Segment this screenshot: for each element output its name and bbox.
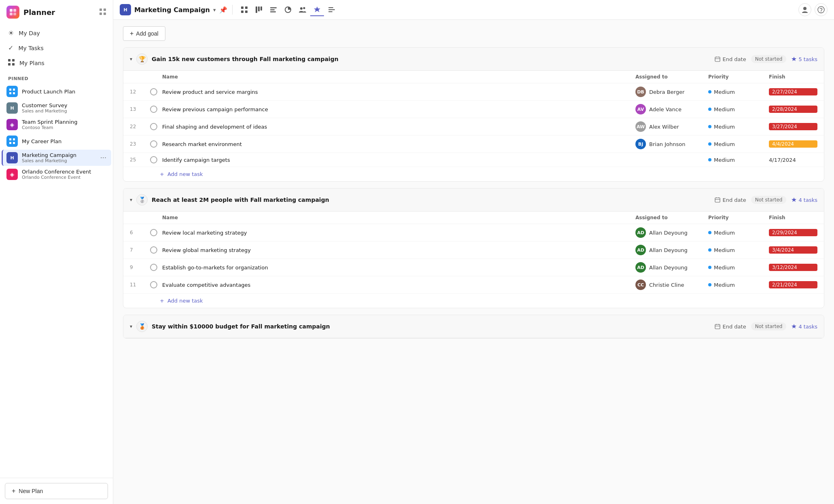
svg-rect-35 bbox=[328, 11, 332, 12]
board-view-button[interactable] bbox=[252, 4, 266, 16]
svg-rect-24 bbox=[256, 6, 257, 13]
topbar-plan-title: Marketing Campaign bbox=[134, 6, 210, 14]
sidebar-grid-icon[interactable] bbox=[99, 8, 106, 17]
pin-icon[interactable]: 📌 bbox=[219, 6, 227, 14]
chevron-down-icon[interactable]: ▾ bbox=[213, 7, 216, 13]
goal-badge-2: 🥈 bbox=[136, 194, 148, 205]
table-row[interactable]: 25 Identify campaign targets Medium 4/17… bbox=[123, 153, 824, 167]
sidebar: Planner ☀️ My Day ✓ My Tasks bbox=[0, 0, 113, 504]
new-plan-label: New Plan bbox=[19, 488, 43, 494]
svg-rect-29 bbox=[270, 11, 276, 13]
main-content: H Marketing Campaign ▾ 📌 bbox=[113, 0, 834, 504]
table-row[interactable]: 22 Final shaping and development of idea… bbox=[123, 118, 824, 136]
task-checkbox[interactable] bbox=[150, 156, 157, 163]
plan-icon-orlando: ◈ bbox=[6, 169, 18, 180]
more-view-button[interactable] bbox=[325, 4, 339, 16]
goal-meta-2: End date Not started 4 tasks bbox=[715, 196, 818, 204]
help-button[interactable] bbox=[815, 3, 828, 16]
svg-rect-6 bbox=[99, 13, 102, 15]
add-task-label-1: Add new task bbox=[167, 171, 203, 177]
add-task-button-2[interactable]: + Add new task bbox=[123, 294, 824, 308]
plan-item-customer-survey[interactable]: H Customer Survey Sales and Marketing bbox=[2, 100, 111, 116]
task-checkbox[interactable] bbox=[150, 140, 157, 148]
plan-item-team-sprint[interactable]: ◈ Team Sprint Planning Contoso Team bbox=[2, 116, 111, 133]
task-checkbox[interactable] bbox=[150, 88, 157, 95]
plus-icon: + bbox=[12, 487, 15, 495]
goal-badge-3: 🥉 bbox=[136, 321, 148, 332]
svg-point-38 bbox=[821, 12, 821, 13]
task-checkbox[interactable] bbox=[150, 229, 157, 236]
tasks-count-3[interactable]: 4 tasks bbox=[791, 324, 817, 330]
collapse-icon-1[interactable]: ▾ bbox=[130, 56, 132, 62]
table-row[interactable]: 11 Evaluate competitive advantages CC Ch… bbox=[123, 276, 824, 294]
avatar: AD bbox=[635, 227, 646, 238]
task-checkbox[interactable] bbox=[150, 264, 157, 271]
svg-rect-43 bbox=[715, 198, 720, 202]
table-row[interactable]: 23 Research market environment BJ Brian … bbox=[123, 136, 824, 153]
table-row[interactable]: 6 Review local marketing strategy AD All… bbox=[123, 224, 824, 241]
goals-view-button[interactable] bbox=[310, 3, 324, 16]
svg-rect-3 bbox=[13, 13, 16, 15]
nav-item-my-tasks[interactable]: ✓ My Tasks bbox=[3, 41, 110, 55]
table-row[interactable]: 13 Review previous campaign performance … bbox=[123, 101, 824, 118]
pinned-label: Pinned bbox=[0, 73, 113, 83]
app-logo bbox=[6, 6, 19, 19]
nav-label-my-tasks: My Tasks bbox=[18, 45, 43, 51]
nav-item-my-day[interactable]: ☀️ My Day bbox=[3, 26, 110, 40]
svg-point-31 bbox=[300, 7, 303, 10]
avatar: AV bbox=[635, 104, 646, 114]
end-date-button-2[interactable]: End date bbox=[715, 197, 746, 203]
svg-rect-39 bbox=[715, 57, 720, 61]
svg-rect-47 bbox=[715, 324, 720, 329]
table-row[interactable]: 9 Establish go-to-markets for organizati… bbox=[123, 259, 824, 276]
tasks-count-label-3: 4 tasks bbox=[798, 324, 817, 330]
svg-rect-23 bbox=[245, 11, 248, 13]
task-checkbox[interactable] bbox=[150, 123, 157, 130]
new-plan-button[interactable]: + New Plan bbox=[5, 483, 108, 499]
svg-rect-8 bbox=[8, 59, 11, 61]
add-task-button-1[interactable]: + Add new task bbox=[123, 167, 824, 181]
finish-date: 3/27/2024 bbox=[769, 123, 817, 130]
plan-item-orlando[interactable]: ◈ Orlando Conference Event Orlando Confe… bbox=[2, 166, 111, 182]
goal-title-1: Gain 15k new customers through Fall mark… bbox=[152, 56, 710, 62]
profile-button[interactable] bbox=[798, 3, 811, 16]
priority-dot bbox=[708, 266, 711, 269]
avatar: AD bbox=[635, 245, 646, 255]
end-date-button-1[interactable]: End date bbox=[715, 56, 746, 62]
add-goal-label: Add goal bbox=[136, 30, 158, 37]
plan-item-product-launch[interactable]: Product Launch Plan bbox=[2, 83, 111, 100]
chart-view-button[interactable] bbox=[281, 4, 295, 16]
col-name-2: Name bbox=[162, 215, 635, 220]
svg-rect-1 bbox=[13, 9, 16, 12]
add-goal-button[interactable]: + Add goal bbox=[123, 26, 165, 41]
plan-item-marketing-campaign[interactable]: H Marketing Campaign Sales and Marketing… bbox=[2, 150, 111, 166]
collapse-icon-2[interactable]: ▾ bbox=[130, 197, 132, 203]
end-date-button-3[interactable]: End date bbox=[715, 324, 746, 330]
add-task-plus-icon-2: + bbox=[160, 298, 164, 304]
collapse-icon-3[interactable]: ▾ bbox=[130, 324, 132, 329]
svg-rect-2 bbox=[10, 13, 13, 15]
priority-dot bbox=[708, 142, 711, 146]
nav-item-my-plans[interactable]: My Plans bbox=[3, 56, 110, 70]
svg-rect-13 bbox=[13, 89, 15, 91]
grid-view-button[interactable] bbox=[237, 4, 251, 16]
task-checkbox[interactable] bbox=[150, 106, 157, 113]
table-row[interactable]: 12 Review product and service margins DB… bbox=[123, 83, 824, 101]
content-area: + Add goal ▾ 🏆 Gain 15k new customers th… bbox=[113, 20, 834, 504]
people-view-button[interactable] bbox=[296, 4, 309, 16]
task-checkbox[interactable] bbox=[150, 246, 157, 254]
task-checkbox[interactable] bbox=[150, 281, 157, 288]
timeline-view-button[interactable] bbox=[267, 4, 280, 16]
finish-date: 2/29/2024 bbox=[769, 229, 817, 236]
avatar: AD bbox=[635, 262, 646, 273]
sun-icon: ☀️ bbox=[8, 29, 14, 37]
plan-name-customer-survey: Customer Survey bbox=[22, 102, 106, 108]
avatar: AW bbox=[635, 121, 646, 132]
table-row[interactable]: 7 Review global marketing strategy AD Al… bbox=[123, 241, 824, 259]
tasks-count-1[interactable]: 5 tasks bbox=[791, 56, 817, 62]
plan-more-icon[interactable]: ··· bbox=[100, 154, 106, 162]
plan-item-my-career[interactable]: My Career Plan bbox=[2, 133, 111, 149]
topbar: H Marketing Campaign ▾ 📌 bbox=[113, 0, 834, 20]
topbar-view-icons bbox=[237, 3, 339, 16]
tasks-count-2[interactable]: 4 tasks bbox=[791, 197, 817, 203]
